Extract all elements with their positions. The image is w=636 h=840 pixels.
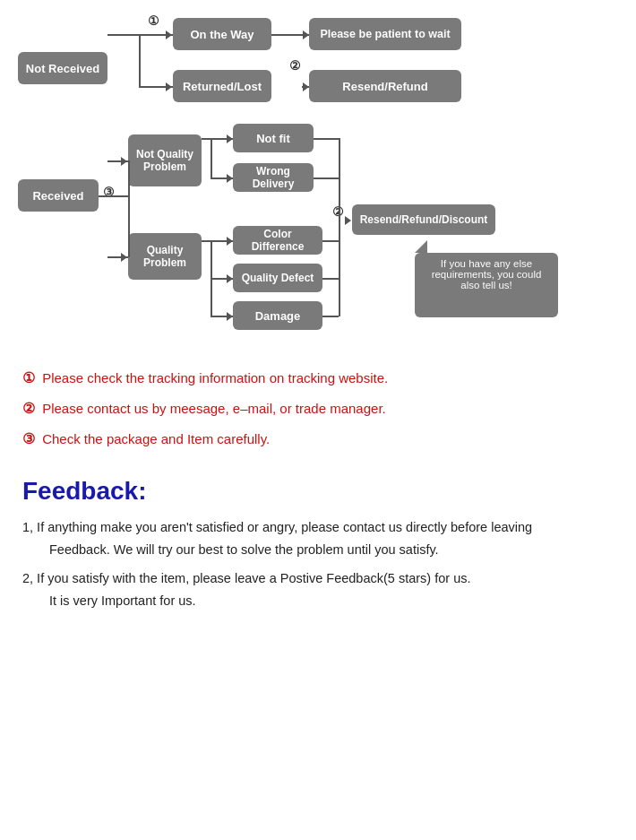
flowchart: Not Received ① On the Way Returned/Lost …	[13, 9, 623, 359]
resend-refund-box: Resend/Refund	[309, 70, 461, 102]
on-the-way-box: On the Way	[173, 18, 271, 50]
feedback-section: Feedback: 1, If anything make you aren't…	[13, 468, 623, 612]
feedback-title: Feedback:	[22, 477, 614, 506]
not-received-box: Not Received	[18, 52, 107, 84]
instruction-3: ③ Check the package and Item carefully.	[22, 429, 614, 450]
wrong-delivery-box: Wrong Delivery	[233, 163, 314, 192]
not-fit-box: Not fit	[233, 124, 314, 152]
instruction-2: ② Please contact us by meesage, e–mail, …	[22, 398, 614, 420]
circle-2-top: ②	[289, 58, 301, 73]
instructions-section: ① Please check the tracking information …	[13, 368, 623, 450]
feedback-sub-1: Feedback. We will try our best to solve …	[22, 539, 614, 561]
returned-lost-box: Returned/Lost	[173, 70, 271, 102]
damage-box: Damage	[233, 301, 322, 330]
instr-num-2: ②	[22, 398, 35, 420]
feedback-item-2: 2, If you satisfy with the item, please …	[22, 567, 614, 611]
color-diff-box: Color Difference	[233, 226, 322, 255]
feedback-label-1: 1, If anything make you aren't satisfied…	[22, 520, 532, 534]
feedback-item-1: 1, If anything make you aren't satisfied…	[22, 516, 614, 560]
callout-box: If you have any else requirements, you c…	[415, 253, 558, 317]
circle-1: ①	[148, 13, 159, 28]
not-quality-box: Not Quality Problem	[128, 134, 202, 186]
quality-defect-box: Quality Defect	[233, 264, 322, 292]
feedback-sub-2: It is very Important for us.	[22, 590, 614, 612]
instr-text-3: Check the package and Item carefully.	[42, 431, 270, 446]
resend-refund-discount-box: Resend/Refund/Discount	[352, 204, 495, 235]
please-wait-box: Please be patient to wait	[309, 18, 461, 50]
instruction-1: ① Please check the tracking information …	[22, 368, 614, 389]
instr-num-3: ③	[22, 429, 35, 450]
quality-problem-box: Quality Problem	[128, 233, 202, 280]
feedback-label-2: 2, If you satisfy with the item, please …	[22, 571, 470, 585]
received-box: Received	[18, 179, 99, 212]
instr-text-2: Please contact us by meesage, e–mail, or…	[42, 401, 386, 416]
instr-text-1: Please check the tracking information on…	[42, 370, 388, 385]
instr-num-1: ①	[22, 368, 35, 389]
